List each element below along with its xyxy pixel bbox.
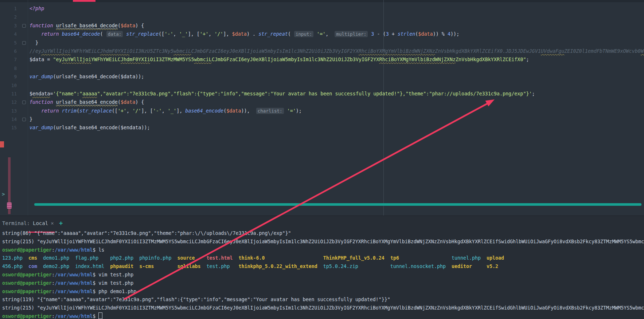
terminal-line: string(86) "{"name":"aaaaa","avatar":"7e… bbox=[2, 229, 644, 238]
code-line: 3function urlsafe_base64_decode($data) { bbox=[0, 21, 644, 30]
text-segment: var_dump bbox=[30, 125, 53, 130]
text-segment bbox=[23, 264, 28, 269]
text-segment: UVdwaFgu bbox=[541, 48, 565, 54]
code-line: 12function urlsafe_base64_encode($data) … bbox=[0, 98, 644, 106]
text-segment: osword@papertiger bbox=[2, 314, 52, 319]
fold-marker-icon[interactable] bbox=[22, 118, 26, 121]
text-segment: input: bbox=[294, 31, 313, 37]
text-segment bbox=[98, 255, 110, 261]
text-segment bbox=[385, 255, 390, 261]
text-segment bbox=[358, 264, 390, 269]
text-segment: string(119) "{"name":"aaaaa","avatar":"7… bbox=[2, 297, 390, 302]
line-number: 14 bbox=[0, 115, 17, 123]
text-segment: /var/www/html bbox=[55, 247, 93, 253]
line-number: 13 bbox=[0, 107, 17, 115]
text-segment: Wcyb0dz bbox=[641, 48, 644, 54]
text-segment: cms bbox=[28, 255, 37, 261]
text-segment: phpinfo.php bbox=[139, 255, 171, 261]
text-segment bbox=[133, 255, 139, 261]
text-segment bbox=[133, 264, 139, 269]
terminal-tab-local[interactable]: Local× bbox=[33, 220, 54, 226]
line-number: 10 bbox=[0, 81, 17, 90]
text-segment: multiplier: bbox=[335, 31, 368, 37]
text-segment: OiI3NzU5ZTc3Ny5 bbox=[129, 48, 173, 54]
terminal-output[interactable]: string(86) "{"name":"aaaaa","avatar":"7e… bbox=[0, 229, 644, 319]
line-number: 9 bbox=[0, 72, 17, 81]
text-segment: wbmciL bbox=[173, 48, 191, 54]
terminal-line: osword@papertiger:/var/www/html$ vim tes… bbox=[2, 279, 644, 288]
gutter-highlight-marker bbox=[0, 141, 4, 147]
code-line: 15var_dump(urlsafe_base64_encode($endata… bbox=[0, 123, 644, 132]
text-segment bbox=[37, 255, 43, 261]
text-segment: osword@papertiger bbox=[2, 289, 52, 294]
text-segment bbox=[171, 255, 177, 261]
text-segment: ( bbox=[223, 108, 226, 114]
line-number: 1 bbox=[0, 4, 17, 13]
code-line: 7$data = "eyJuYWllIjoiYWFhYWEiLCJhdmF0YX… bbox=[0, 55, 644, 64]
code-line: 5 } bbox=[0, 39, 644, 47]
code-text: } bbox=[30, 39, 38, 47]
text-segment: ], [ bbox=[188, 31, 200, 37]
text-segment: ; bbox=[532, 91, 535, 97]
text-segment: index.html bbox=[75, 264, 104, 269]
line-number: 4 bbox=[0, 30, 17, 38]
text-segment: think-6.0 bbox=[239, 255, 265, 261]
text-segment bbox=[314, 31, 317, 37]
text-segment: CJmbGFzaCI6eyJ0eXBlIjoiaW5mbyIsIm1lc3NhZ… bbox=[191, 48, 359, 54]
fold-marker-icon[interactable] bbox=[22, 41, 26, 45]
text-segment bbox=[69, 255, 75, 261]
text-segment: RhciBoYXMgYmVlbiBzdWNjZXNz bbox=[359, 48, 435, 54]
text-segment: endata bbox=[32, 91, 50, 97]
code-line: 10 bbox=[0, 81, 644, 90]
text-segment: , bbox=[173, 31, 179, 37]
text-segment: tp6 bbox=[390, 255, 399, 261]
text-segment: phpaudit bbox=[110, 264, 133, 269]
line-number: 8 bbox=[0, 64, 17, 72]
text-segment: ( bbox=[77, 108, 79, 114]
text-segment: JhdmF0YXIi bbox=[121, 57, 150, 62]
text-segment bbox=[481, 255, 487, 261]
code-text: return rtrim(str_replace(['+', '/'], ['-… bbox=[30, 107, 302, 115]
editor-tab-strip bbox=[0, 0, 644, 2]
text-segment: = bbox=[44, 57, 53, 62]
text-segment: OiI3ZTMzMWM5YS5 bbox=[150, 57, 194, 62]
line-number: 12 bbox=[0, 98, 17, 106]
text-segment: $ vim test.php bbox=[93, 280, 133, 286]
text-segment: source bbox=[177, 255, 195, 261]
text-segment: ) . bbox=[247, 31, 258, 37]
text-segment: ) { bbox=[135, 99, 144, 105]
text-segment bbox=[37, 264, 43, 269]
terminal-line: string(215) "eyJuYWllIjoiYWFhYWEiLCJhdmF… bbox=[2, 304, 644, 312]
fold-marker-icon[interactable] bbox=[22, 101, 26, 104]
text-segment: "ey bbox=[53, 57, 62, 62]
text-segment: wbmciL bbox=[194, 57, 212, 62]
code-line: 2 bbox=[0, 13, 644, 21]
text-segment bbox=[200, 264, 206, 269]
text-segment: : bbox=[52, 289, 55, 294]
bookmark-icon[interactable] bbox=[7, 202, 12, 209]
close-tab-icon[interactable]: × bbox=[51, 220, 54, 226]
text-segment bbox=[472, 264, 487, 269]
horizontal-scrollbar[interactable] bbox=[34, 203, 641, 206]
code-text: function urlsafe_base64_encode($data) { bbox=[30, 98, 144, 106]
text-segment: flag.php bbox=[75, 255, 98, 261]
text-segment: $ php demo1.php bbox=[93, 289, 136, 294]
active-tab-indicator bbox=[73, 0, 95, 2]
terminal-line: osword@papertiger:/var/www/html$ bbox=[2, 312, 644, 319]
text-segment: data: bbox=[106, 31, 123, 37]
code-text: } bbox=[30, 115, 32, 123]
text-segment: ], [ bbox=[141, 108, 153, 114]
code-editor[interactable]: 1<?php23function urlsafe_base64_decode($… bbox=[0, 4, 644, 132]
text-segment: /var/www/html bbox=[55, 272, 93, 277]
text-segment: var_dump bbox=[30, 74, 53, 79]
text-segment: aaaaa bbox=[82, 91, 97, 97]
text-segment: JuYWllIjoi bbox=[62, 57, 91, 62]
expand-chevron-icon[interactable]: > bbox=[2, 191, 5, 197]
text-segment: $data bbox=[418, 31, 433, 37]
text-segment: $data bbox=[121, 74, 135, 79]
text-segment: - ( bbox=[374, 31, 386, 37]
fold-marker-icon[interactable] bbox=[22, 24, 26, 28]
text-segment: )); bbox=[450, 31, 459, 37]
text-segment: '=' bbox=[317, 31, 325, 37]
new-terminal-icon[interactable]: + bbox=[59, 220, 63, 227]
